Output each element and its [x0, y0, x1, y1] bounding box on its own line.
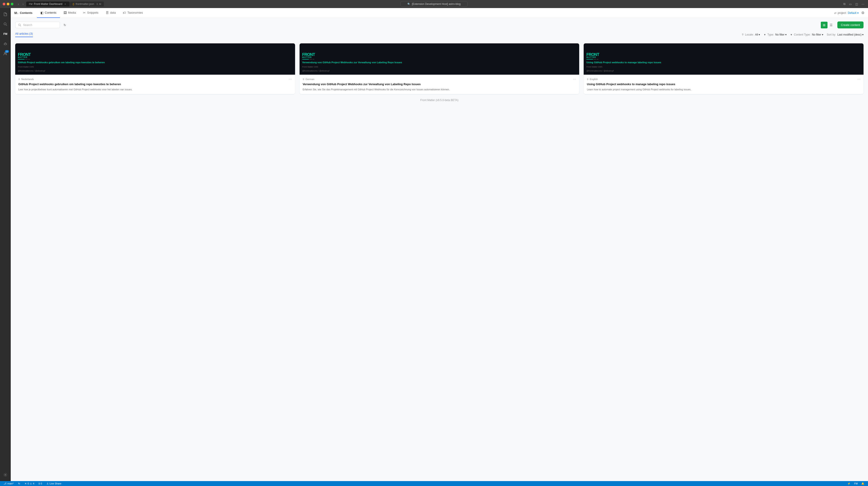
- bell-icon: 🔔: [861, 482, 864, 485]
- error-count: 0: [28, 482, 29, 485]
- activity-frontmatter[interactable]: FM: [1, 30, 10, 38]
- live-share-status[interactable]: ♙ Live Share: [45, 482, 62, 485]
- info-status[interactable]: ℹ 0: [38, 482, 43, 485]
- refresh-button[interactable]: ↻: [63, 22, 67, 28]
- tab1-close[interactable]: ×: [64, 2, 67, 6]
- taxonomies-tab-label: Taxonomies: [127, 11, 143, 14]
- tab-frontmatter-json[interactable]: {} frontmatter.json 3, M: [70, 2, 104, 6]
- gear-icon: [3, 473, 7, 477]
- tab-contents[interactable]: ◧ Contents: [37, 8, 60, 18]
- card-1-image: FRONT MATTER GitHub Project webhooks geb…: [15, 43, 295, 75]
- card-3-logo-line2: MATTER: [586, 56, 861, 58]
- svg-line-7: [6, 44, 7, 45]
- card-3-lang-row: ⚲ English ⋯: [587, 77, 860, 81]
- split-editor-icon[interactable]: ⧉: [842, 2, 846, 6]
- card-1-img-meta1: Front Matter CMS: [18, 66, 292, 68]
- swap-icon: ⇄: [834, 11, 836, 14]
- list-view-toggle[interactable]: ☰: [828, 22, 835, 28]
- data-tab-label: data: [110, 11, 116, 14]
- tab-taxonomies[interactable]: 🏷 Taxonomies: [119, 8, 146, 18]
- remote-icon-status[interactable]: ⚡: [846, 482, 851, 485]
- sync-icon: ↻: [18, 482, 20, 485]
- card-3-menu[interactable]: ⋯: [857, 77, 860, 81]
- card-1-lang-icon: ⚲: [18, 78, 20, 80]
- locale-filter[interactable]: ⚲ Locale: All ▾: [742, 33, 760, 36]
- sort-filter[interactable]: Sort by: Last modified (desc) ▾: [827, 33, 864, 36]
- type-filter[interactable]: ▼ Type: No filter ▾: [764, 33, 786, 36]
- branch-status[interactable]: ⎇ main*: [3, 482, 14, 485]
- titlebar-right: ⧉ ▭ ◫ ⋯: [842, 2, 865, 6]
- activity-settings[interactable]: [1, 471, 10, 479]
- create-content-button[interactable]: Create content: [837, 22, 864, 28]
- grid-view-toggle[interactable]: ⊞: [821, 22, 828, 28]
- forward-button[interactable]: ›: [22, 2, 25, 6]
- sidebar-icon[interactable]: ◫: [855, 2, 859, 6]
- remote-icon: ⚡: [847, 482, 850, 485]
- tab-data[interactable]: 🗄 data: [102, 8, 119, 18]
- snippets-icon: ✂: [83, 11, 86, 14]
- type-label: Type:: [767, 33, 774, 36]
- settings-icon-btn[interactable]: ⚙: [861, 11, 864, 15]
- card-3[interactable]: FRONT MATTER Using GitHub Project webhoo…: [584, 43, 864, 94]
- activity-explorer[interactable]: [1, 10, 10, 19]
- content-toolbar: ↻ ⊞ ☰ Create content: [15, 22, 864, 28]
- top-nav-right: ⇄ project: Default ▾ ⚙: [834, 11, 864, 15]
- all-articles-tab[interactable]: All articles (3): [15, 32, 33, 37]
- content-type-value[interactable]: No filter ▾: [812, 33, 823, 36]
- sync-status[interactable]: ↻: [17, 482, 21, 485]
- data-icon: 🗄: [105, 11, 109, 14]
- close-button[interactable]: [3, 3, 5, 5]
- errors-status[interactable]: ✕ 0 ⚠ 4: [24, 482, 35, 485]
- minimize-button[interactable]: [7, 3, 9, 5]
- card-2[interactable]: FRONT MATTER Verwendung von GitHub Proje…: [300, 43, 580, 94]
- type-value[interactable]: No filter ▾: [775, 33, 786, 36]
- card-2-img-meta1: Front Matter CMS: [302, 66, 577, 68]
- type-chevron: ▾: [785, 33, 786, 36]
- git-branch-icon: ⎇: [4, 482, 6, 485]
- info-icon: ℹ: [39, 482, 40, 485]
- info-count: 0: [40, 482, 42, 485]
- project-value-btn[interactable]: Default ▾: [848, 11, 859, 14]
- locale-value[interactable]: All ▾: [755, 33, 760, 36]
- sort-value[interactable]: Last modified (desc) ▾: [837, 33, 864, 36]
- tab-snippets[interactable]: ✂ Snippets: [80, 8, 102, 18]
- card-2-menu[interactable]: ⋯: [573, 77, 576, 81]
- activity-debug[interactable]: [1, 39, 10, 48]
- snippets-tab-label: Snippets: [87, 11, 98, 14]
- content-type-value-text: No filter: [812, 33, 821, 36]
- contents-tab-label: Contents: [45, 11, 56, 14]
- tab-front-matter-dashboard[interactable]: FM Front Matter Dashboard ×: [26, 2, 69, 6]
- type-filter-icon: ▼: [764, 33, 766, 36]
- sort-chevron: ▾: [862, 33, 864, 36]
- address-text: [Extension Development Host] astro-blog: [412, 2, 461, 6]
- svg-line-4: [4, 43, 4, 44]
- locale-label: Locale:: [745, 33, 754, 36]
- filter-right: ⚲ Locale: All ▾ ▼ Type: No filter ▾: [742, 33, 864, 36]
- content-type-filter[interactable]: ▼ Content Type: No filter ▾: [790, 33, 823, 36]
- activity-users[interactable]: 11: [1, 49, 10, 58]
- fm-status[interactable]: FM: [853, 482, 859, 485]
- activity-search[interactable]: [1, 20, 10, 29]
- back-button[interactable]: ‹: [17, 2, 20, 6]
- more-icon[interactable]: ⋯: [861, 2, 865, 6]
- panel-icon[interactable]: ▭: [848, 2, 852, 6]
- search-box[interactable]: [15, 22, 60, 28]
- media-icon: 🖼: [64, 11, 67, 14]
- maximize-button[interactable]: [11, 3, 13, 5]
- users-badge: 11: [5, 50, 9, 53]
- tab-media[interactable]: 🖼 Media: [60, 8, 80, 18]
- bug-icon: [3, 42, 7, 46]
- view-toggles: ⊞ ☰: [821, 22, 835, 28]
- content-area: ↻ ⊞ ☰ Create content All articles (3) ⚲ …: [11, 18, 868, 481]
- address-bar[interactable]: 🔍 [Extension Development Host] astro-blo…: [400, 1, 468, 7]
- tab2-label: frontmatter.json: [75, 2, 94, 6]
- media-tab-label: Media: [68, 11, 76, 14]
- search-input[interactable]: [23, 23, 54, 27]
- card-2-body: ⚲ German ⋯ Verwendung von GitHub Project…: [300, 75, 580, 94]
- cards-grid: FRONT MATTER GitHub Project webhooks geb…: [15, 43, 864, 94]
- card-1[interactable]: FRONT MATTER GitHub Project webhooks geb…: [15, 43, 295, 94]
- error-icon: ✕: [25, 482, 27, 485]
- bell-status[interactable]: 🔔: [860, 482, 865, 485]
- nav-logo: M↓ Contents: [14, 11, 32, 15]
- card-1-menu[interactable]: ⋯: [289, 77, 292, 81]
